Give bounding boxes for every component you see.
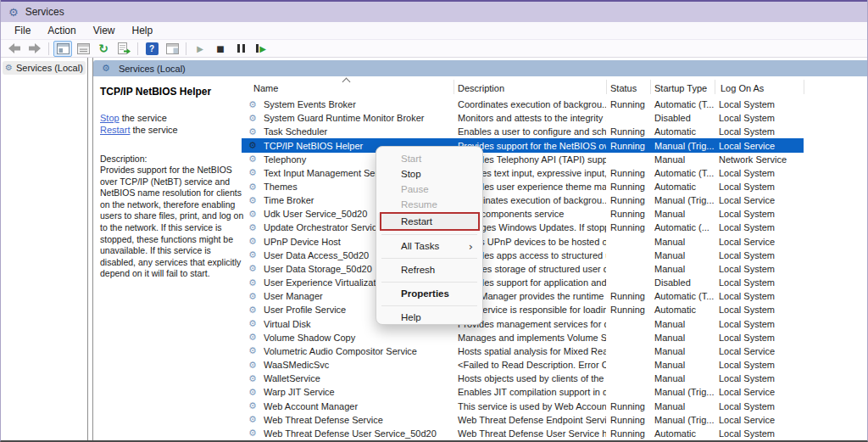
show-hide-action-pane-icon[interactable] <box>163 41 181 57</box>
forward-arrow-icon[interactable] <box>25 41 44 57</box>
service-startup-type: Disabled <box>650 113 715 123</box>
context-menu-item-refresh[interactable]: Refresh <box>378 260 481 279</box>
restart-service-link[interactable]: Restart <box>100 125 130 135</box>
column-header-name[interactable]: Name <box>253 83 278 93</box>
menu-action[interactable]: Action <box>39 23 84 38</box>
toolbar-separator <box>186 42 186 55</box>
service-status: Running <box>606 99 650 109</box>
export-list-icon[interactable] <box>114 41 133 57</box>
menu-help[interactable]: Help <box>124 23 162 38</box>
column-header-logon[interactable]: Log On As <box>721 83 764 93</box>
column-divider[interactable] <box>453 80 454 94</box>
table-row[interactable]: ⚙Virtual DiskProvides management service… <box>242 317 804 331</box>
service-name: Task Scheduler <box>264 126 453 137</box>
table-row[interactable]: ⚙TelephonyProvides Telephony API (TAPI) … <box>242 153 804 166</box>
service-startup-type: Automatic <box>650 305 715 315</box>
service-name: WaaSMedicSvc <box>264 360 453 370</box>
table-row[interactable]: ⚙WaaSMedicSvc<Failed to Read Description… <box>242 358 804 372</box>
service-description-cell: Enables a user to configure and sche... <box>453 126 606 137</box>
table-row[interactable]: ⚙User Experience Virtualization ServiceP… <box>242 276 804 289</box>
table-row[interactable]: ⚙User Data Access_50d20Provides apps acc… <box>242 249 804 262</box>
table-row[interactable]: ⚙ThemesProvides user experience theme ma… <box>242 180 804 193</box>
services-window: ⚙ Services File Action View Help ↻ ? <box>0 0 868 442</box>
tree-item-services-local[interactable]: ⚙ Services (Local) <box>3 61 86 75</box>
service-log-on-as: Local System <box>715 401 804 411</box>
column-divider[interactable] <box>715 80 715 94</box>
service-log-on-as: Local System <box>715 99 804 109</box>
table-row[interactable]: ⚙User Data Storage_50d20Handles storage … <box>242 262 804 276</box>
stop-service-link[interactable]: Stop <box>100 113 120 123</box>
service-gear-icon: ⚙ <box>242 278 264 288</box>
service-gear-icon: ⚙ <box>242 114 264 123</box>
service-log-on-as: Local System <box>715 333 804 343</box>
service-startup-type: Manual <box>650 319 715 329</box>
table-row[interactable]: ⚙Udk User Service_50d20Shell components … <box>242 207 804 221</box>
description-label: Description: <box>100 154 242 164</box>
table-row[interactable]: ⚙UPnP Device HostAllows UPnP devices to … <box>242 235 804 249</box>
service-gear-icon: ⚙ <box>242 182 264 192</box>
table-row[interactable]: ⚙Volume Shadow CopyManages and implement… <box>242 331 804 344</box>
context-menu-item-resume: Resume <box>378 197 481 212</box>
table-row[interactable]: ⚙System Guard Runtime Monitor BrokerMoni… <box>242 111 804 125</box>
table-row[interactable]: ⚙Web Threat Defense ServiceWeb Threat De… <box>242 413 804 427</box>
context-menu-item-all-tasks[interactable]: All Tasks› <box>378 237 481 255</box>
table-row[interactable]: ⚙User Profile ServiceThis service is res… <box>242 303 804 316</box>
service-gear-icon: ⚙ <box>242 154 264 164</box>
column-divider[interactable] <box>804 80 804 94</box>
show-console-tree-icon[interactable] <box>53 41 72 57</box>
table-row[interactable]: ⚙TCP/IP NetBIOS HelperProvides support f… <box>242 138 804 152</box>
properties-icon[interactable] <box>74 41 92 57</box>
service-startup-type: Manual (Trig... <box>650 141 715 151</box>
service-action-links: Stop the service Restart the service <box>100 112 242 136</box>
service-gear-icon: ⚙ <box>242 428 264 438</box>
service-status: Running <box>606 222 650 232</box>
context-menu-item-stop[interactable]: Stop <box>378 166 481 182</box>
column-divider[interactable] <box>650 80 651 94</box>
context-menu-item-properties[interactable]: Properties <box>378 284 481 303</box>
table-row[interactable]: ⚙System Events BrokerCoordinates executi… <box>242 98 804 111</box>
service-gear-icon: ⚙ <box>242 141 264 150</box>
pause-service-icon[interactable] <box>231 41 250 57</box>
service-description-cell: <Failed to Read Description. Error C... <box>453 360 606 370</box>
help-icon[interactable]: ? <box>142 41 161 57</box>
table-row[interactable]: ⚙Time BrokerCoordinates execution of bac… <box>242 193 804 207</box>
table-row[interactable]: ⚙Volumetric Audio Compositor ServiceHost… <box>242 344 804 358</box>
table-row[interactable]: ⚙Web Threat Defense User Service_50d20We… <box>242 427 804 440</box>
selected-service-title: TCP/IP NetBIOS Helper <box>100 86 242 98</box>
service-log-on-as: Local System <box>715 373 804 383</box>
service-startup-type: Manual <box>650 333 715 343</box>
service-log-on-as: Local Service <box>715 415 804 425</box>
service-startup-type: Manual (Trig... <box>650 195 715 205</box>
context-menu-item-start: Start <box>378 151 481 166</box>
service-gear-icon: ⚙ <box>242 319 264 328</box>
service-log-on-as: Local Service <box>715 141 804 151</box>
column-header-status[interactable]: Status <box>610 83 637 93</box>
service-status: Running <box>606 141 650 151</box>
table-row[interactable]: ⚙Web Account ManagerThis service is used… <box>242 399 804 412</box>
table-row[interactable]: ⚙Text Input Management Service_50d20Enab… <box>242 166 804 180</box>
menu-file[interactable]: File <box>6 23 39 38</box>
menu-view[interactable]: View <box>85 23 124 38</box>
table-row[interactable]: ⚙Update Orchestrator ServiceManages Wind… <box>242 221 804 234</box>
context-menu-item-help[interactable]: Help <box>378 308 481 326</box>
table-row[interactable]: ⚙User ManagerUser Manager provides the r… <box>242 289 804 303</box>
service-gear-icon: ⚙ <box>242 361 264 370</box>
service-gear-icon: ⚙ <box>242 100 264 109</box>
column-header-description[interactable]: Description <box>458 83 504 93</box>
service-gear-icon: ⚙ <box>242 127 264 137</box>
table-row[interactable]: ⚙WalletServiceHosts objects used by clie… <box>242 372 804 385</box>
service-log-on-as: Local System <box>715 428 804 439</box>
table-row[interactable]: ⚙Warp JIT ServiceEnables JIT compilation… <box>242 385 804 399</box>
window-title: Services <box>25 6 64 18</box>
service-status: Running <box>606 305 650 315</box>
refresh-icon[interactable]: ↻ <box>94 41 113 57</box>
start-service-icon[interactable]: ▶ <box>191 41 209 57</box>
service-gear-icon: ⚙ <box>242 415 264 424</box>
column-divider[interactable] <box>606 80 607 94</box>
table-row[interactable]: ⚙Task SchedulerEnables a user to configu… <box>242 125 804 138</box>
column-header-startup[interactable]: Startup Type <box>654 83 707 93</box>
restart-service-icon[interactable]: ▶ <box>252 41 270 57</box>
back-arrow-icon[interactable] <box>5 41 24 57</box>
stop-service-icon[interactable]: ■ <box>211 41 230 57</box>
context-menu-item-restart[interactable]: Restart <box>378 213 481 230</box>
